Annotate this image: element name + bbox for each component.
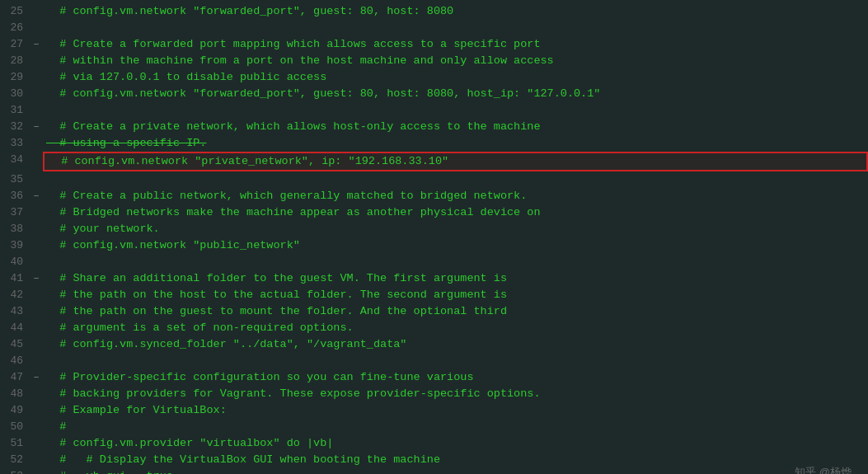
fold-icon (30, 452, 43, 468)
line-content: # Share an additional folder to the gues… (43, 270, 868, 287)
fold-icon[interactable]: − (30, 188, 43, 204)
fold-icon (30, 102, 43, 119)
code-line: 42 # the path on the host to the actual … (0, 287, 868, 303)
code-line: 34 # config.vm.network "private_network"… (0, 152, 868, 171)
code-line: 27− # Create a forwarded port mapping wh… (0, 36, 868, 53)
line-content: # (43, 419, 868, 435)
line-number: 30 (0, 86, 30, 102)
line-number: 25 (0, 3, 30, 20)
code-line: 25 # config.vm.network "forwarded_port",… (0, 3, 868, 20)
fold-icon (30, 171, 43, 188)
code-line: 50 # (0, 419, 868, 435)
line-number: 28 (0, 53, 30, 69)
code-line: 30 # config.vm.network "forwarded_port",… (0, 86, 868, 102)
fold-icon (30, 287, 43, 303)
fold-icon (30, 152, 43, 171)
line-number: 35 (0, 171, 30, 188)
fold-icon (30, 204, 43, 221)
line-content: # Create a forwarded port mapping which … (43, 36, 868, 53)
line-number: 31 (0, 102, 30, 119)
line-content: # backing providers for Vagrant. These e… (43, 386, 868, 402)
line-number: 37 (0, 204, 30, 221)
fold-icon (30, 435, 43, 452)
line-number: 27 (0, 36, 30, 53)
code-line: 38 # your network. (0, 221, 868, 237)
code-line: 33 # using a specific IP. (0, 135, 868, 152)
fold-icon (30, 3, 43, 20)
line-content: # config.vm.network "forwarded_port", gu… (43, 3, 868, 20)
fold-icon[interactable]: − (30, 36, 43, 53)
line-number: 32 (0, 119, 30, 135)
fold-icon (30, 135, 43, 152)
line-content (43, 353, 868, 369)
fold-icon[interactable]: − (30, 119, 43, 135)
line-content: # within the machine from a port on the … (43, 53, 868, 69)
line-number: 39 (0, 237, 30, 254)
line-number: 50 (0, 419, 30, 435)
code-line: 35 (0, 171, 868, 188)
line-number: 46 (0, 353, 30, 369)
line-content: # # Display the VirtualBox GUI when boot… (43, 452, 868, 468)
code-line: 49 # Example for VirtualBox: (0, 402, 868, 419)
line-content: # Example for VirtualBox: (43, 402, 868, 419)
line-number: 52 (0, 452, 30, 468)
line-number: 45 (0, 336, 30, 353)
line-number: 44 (0, 320, 30, 336)
code-line: 52 # # Display the VirtualBox GUI when b… (0, 452, 868, 468)
line-number: 47 (0, 369, 30, 386)
line-content: # config.vm.network "forwarded_port", gu… (43, 86, 868, 102)
line-content (43, 171, 868, 188)
code-line: 29 # via 127.0.0.1 to disable public acc… (0, 69, 868, 86)
line-number: 33 (0, 135, 30, 152)
line-content (43, 20, 868, 36)
code-line: 41− # Share an additional folder to the … (0, 270, 868, 287)
line-number: 29 (0, 69, 30, 86)
fold-icon (30, 386, 43, 402)
line-content: # config.vm.network "private_network", i… (43, 152, 868, 171)
line-content: # the path on the host to the actual fol… (43, 287, 868, 303)
line-number: 42 (0, 287, 30, 303)
fold-icon[interactable]: − (30, 369, 43, 386)
fold-icon (30, 254, 43, 270)
line-number: 36 (0, 188, 30, 204)
code-line: 46 (0, 353, 868, 369)
line-number: 49 (0, 402, 30, 419)
line-number: 34 (0, 152, 30, 171)
fold-icon (30, 86, 43, 102)
line-content (43, 102, 868, 119)
code-line: 36− # Create a public network, which gen… (0, 188, 868, 204)
line-content: # Create a private network, which allows… (43, 119, 868, 135)
fold-icon (30, 402, 43, 419)
line-number: 40 (0, 254, 30, 270)
line-number: 41 (0, 270, 30, 287)
fold-icon (30, 69, 43, 86)
line-content: # config.vm.provider "virtualbox" do |vb… (43, 435, 868, 452)
code-line: 28 # within the machine from a port on t… (0, 53, 868, 69)
line-content: # Create a public network, which general… (43, 188, 868, 204)
code-line: 26 (0, 20, 868, 36)
line-content: # Bridged networks make the machine appe… (43, 204, 868, 221)
line-number: 53 (0, 468, 30, 474)
code-line: 53 # vb.gui = true (0, 468, 868, 474)
line-number: 26 (0, 20, 30, 36)
code-line: 51 # config.vm.provider "virtualbox" do … (0, 435, 868, 452)
line-content: # config.vm.synced_folder "../data", "/v… (43, 336, 868, 353)
line-content: # using a specific IP. (43, 135, 868, 152)
fold-icon (30, 20, 43, 36)
fold-icon (30, 237, 43, 254)
code-line: 32− # Create a private network, which al… (0, 119, 868, 135)
code-line: 43 # the path on the guest to mount the … (0, 303, 868, 320)
line-content: # vb.gui = true (43, 468, 868, 474)
line-content: # your network. (43, 221, 868, 237)
line-number: 38 (0, 221, 30, 237)
code-line: 39 # config.vm.network "public_network" (0, 237, 868, 254)
fold-icon (30, 336, 43, 353)
line-content: # the path on the guest to mount the fol… (43, 303, 868, 320)
line-content: # argument is a set of non-required opti… (43, 320, 868, 336)
line-content: # via 127.0.0.1 to disable public access (43, 69, 868, 86)
fold-icon (30, 353, 43, 369)
code-line: 48 # backing providers for Vagrant. Thes… (0, 386, 868, 402)
line-number: 51 (0, 435, 30, 452)
fold-icon (30, 419, 43, 435)
fold-icon[interactable]: − (30, 270, 43, 287)
